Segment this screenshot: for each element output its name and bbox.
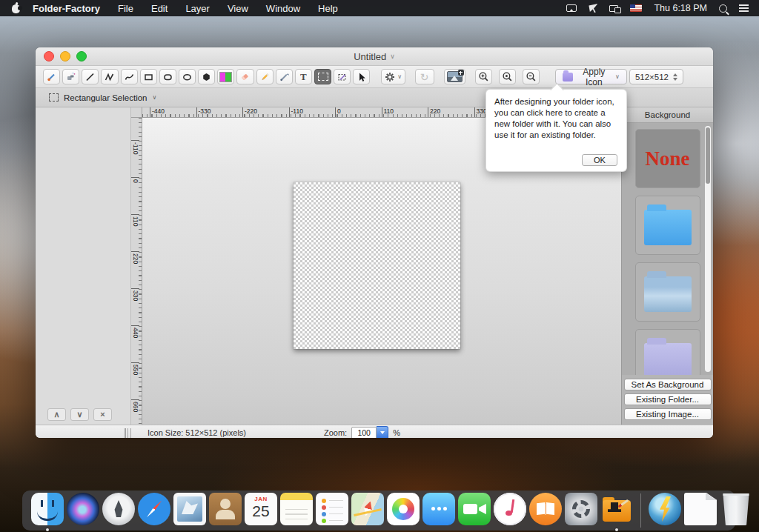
menu-status-area: Thu 6:18 PM [566, 3, 749, 13]
airbrush-tool[interactable] [62, 69, 79, 84]
polyline-tool[interactable] [101, 69, 118, 84]
ruler-label: -110 [131, 140, 139, 177]
rounded-rectangle-tool[interactable] [159, 69, 176, 84]
curve-tool[interactable] [121, 69, 138, 84]
zoom-in-button[interactable] [475, 69, 492, 84]
eraser-tool[interactable] [236, 69, 253, 84]
wand-selection-tool[interactable] [334, 69, 351, 84]
app-menu-title[interactable]: Folder-Factory [33, 3, 100, 14]
textedit-document[interactable] [684, 493, 717, 525]
redo-button[interactable]: ↻ [415, 69, 434, 84]
window-title-group[interactable]: Untitled ∨ [354, 51, 395, 62]
menu-help[interactable]: Help [318, 3, 338, 14]
existing-image-button[interactable]: Existing Image... [624, 408, 712, 420]
polygon-tool[interactable] [198, 69, 215, 84]
settings-gear-button[interactable]: ∨ [381, 69, 405, 84]
menu-clock[interactable]: Thu 6:18 PM [654, 3, 707, 13]
photos[interactable] [387, 493, 420, 525]
pencil-tool[interactable] [256, 69, 274, 84]
displays-icon[interactable] [609, 5, 618, 12]
background-folder-lavender[interactable] [635, 329, 700, 375]
apply-chevron-down-icon: ∨ [615, 73, 620, 80]
ellipse-tool[interactable] [179, 69, 196, 84]
dock: JAN 25 [22, 491, 735, 531]
maps[interactable] [351, 493, 384, 525]
ibooks[interactable] [529, 493, 562, 525]
safari[interactable] [138, 493, 170, 525]
mail[interactable] [173, 493, 206, 525]
download-app[interactable] [649, 493, 681, 525]
purple-folder-icon [563, 73, 573, 82]
zoom-button[interactable] [76, 51, 87, 61]
notification-center-icon[interactable] [739, 4, 749, 12]
minimize-button[interactable] [60, 51, 70, 61]
dock-separator[interactable] [640, 493, 641, 528]
rectangular-selection-tool[interactable] [314, 69, 331, 84]
existing-folder-button[interactable]: Existing Folder... [624, 393, 712, 405]
background-folder-steel[interactable] [635, 262, 700, 322]
rectangle-tool[interactable] [140, 69, 157, 84]
zoom-out-icon [526, 71, 537, 82]
zoom-value-field[interactable]: 100 [351, 427, 377, 439]
close-button[interactable] [44, 51, 54, 61]
facetime[interactable] [458, 493, 491, 525]
move-down-button[interactable]: ∨ [70, 408, 89, 421]
launchpad[interactable] [102, 493, 135, 525]
background-folder-blue[interactable] [635, 196, 700, 255]
ruler-label: -440 [150, 107, 196, 118]
notes[interactable] [280, 493, 313, 525]
siri[interactable] [67, 493, 99, 525]
fill-dropper-tool[interactable] [276, 69, 293, 84]
messages[interactable] [422, 493, 455, 525]
insert-image-button[interactable] [444, 69, 465, 84]
icon-size-stepper[interactable]: 512×512 [629, 69, 683, 84]
background-none[interactable]: None [635, 129, 700, 188]
ok-button[interactable]: OK [582, 154, 617, 166]
selection-chevron-down-icon: ∨ [153, 94, 157, 101]
selection-mode-label[interactable]: Rectangular Selection [64, 93, 148, 102]
zoom-dropdown-button[interactable] [377, 426, 388, 439]
contacts[interactable] [209, 493, 242, 525]
zoom-actual-button[interactable] [499, 69, 516, 84]
color-swatch-tool[interactable] [217, 69, 234, 84]
pointer-arrow-icon[interactable] [589, 4, 597, 13]
menu-window[interactable]: Window [266, 3, 300, 14]
calendar[interactable]: JAN 25 [245, 493, 277, 525]
title-bar[interactable]: Untitled ∨ [36, 47, 713, 66]
title-chevron-down-icon: ∨ [390, 53, 395, 60]
menu-list: FileEditLayerViewWindowHelp [118, 3, 338, 14]
apple-menu-icon[interactable] [10, 2, 22, 14]
move-up-button[interactable]: ∧ [47, 408, 66, 421]
reminders[interactable] [316, 493, 348, 525]
itunes[interactable] [494, 493, 526, 525]
ruler-label: 440 [131, 325, 139, 362]
scrollbar-thumb[interactable] [706, 127, 710, 184]
folder-thumbnail-icon [644, 276, 692, 312]
ruler-label: 220 [131, 251, 139, 288]
finder[interactable] [31, 493, 64, 525]
scrollbar-track[interactable] [705, 126, 711, 372]
menu-view[interactable]: View [228, 3, 248, 14]
gear-chevron-down-icon: ∨ [397, 73, 402, 80]
menu-layer[interactable]: Layer [185, 3, 210, 14]
text-tool[interactable]: T [295, 69, 312, 84]
folder-factory[interactable] [600, 493, 633, 525]
input-source-flag-icon[interactable] [630, 4, 642, 12]
panel-drag-handle[interactable] [125, 428, 131, 438]
line-tool[interactable] [82, 69, 99, 84]
airplay-display-icon[interactable] [566, 4, 577, 12]
move-arrow-tool[interactable] [353, 69, 370, 84]
menu-edit[interactable]: Edit [151, 3, 168, 14]
zoom-out-button[interactable] [523, 69, 540, 84]
spotlight-search-icon[interactable] [719, 4, 727, 13]
ruler-corner [131, 107, 142, 118]
system-preferences[interactable] [565, 493, 597, 525]
set-as-background-button[interactable]: Set As Background [624, 379, 712, 390]
canvas-artboard[interactable] [294, 182, 460, 349]
desktop: Folder-Factory FileEditLayerViewWindowHe… [0, 0, 759, 532]
ruler-label: 660 [131, 399, 139, 425]
color-picker-tool[interactable] [43, 69, 60, 84]
menu-file[interactable]: File [118, 3, 133, 14]
delete-button[interactable]: × [93, 408, 112, 421]
apply-icon-button[interactable]: Apply Icon ∨ [555, 69, 627, 84]
